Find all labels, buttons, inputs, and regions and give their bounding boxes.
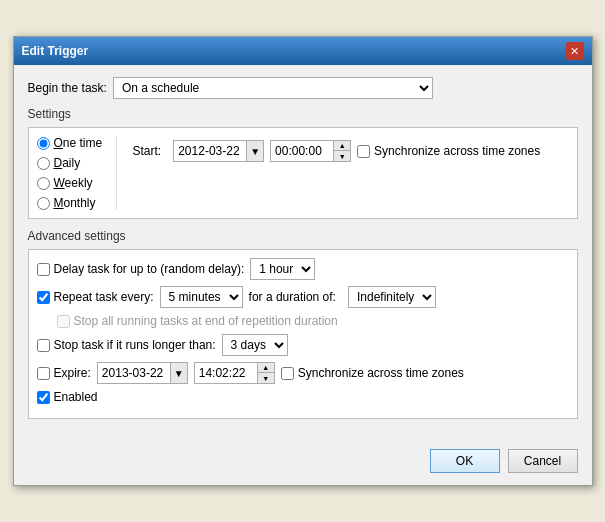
- schedule-type-group: One time Daily Weekly Monthly: [37, 136, 117, 210]
- radio-one-time[interactable]: One time: [37, 136, 108, 150]
- radio-weekly-label: Weekly: [54, 176, 93, 190]
- start-time-spin: ▲ ▼: [333, 141, 350, 161]
- repeat-checkbox[interactable]: [37, 291, 50, 304]
- advanced-settings-box: Delay task for up to (random delay): 1 h…: [28, 249, 578, 419]
- stop-longer-label[interactable]: Stop task if it runs longer than:: [37, 338, 216, 352]
- radio-weekly[interactable]: Weekly: [37, 176, 108, 190]
- expire-sync-text: Synchronize across time zones: [298, 366, 464, 380]
- delay-checkbox-label[interactable]: Delay task for up to (random delay):: [37, 262, 245, 276]
- expire-checkbox-label[interactable]: Expire:: [37, 366, 91, 380]
- radio-monthly-label: Monthly: [54, 196, 96, 210]
- expire-time-field[interactable]: [195, 363, 257, 383]
- delay-select[interactable]: 1 hour: [250, 258, 315, 280]
- delay-row: Delay task for up to (random delay): 1 h…: [37, 258, 569, 280]
- start-label: Start:: [133, 144, 162, 158]
- stop-longer-select[interactable]: 3 days: [222, 334, 288, 356]
- start-row: Start: ▼ ▲ ▼: [133, 140, 569, 162]
- sync-timezone-checkbox[interactable]: [357, 145, 370, 158]
- enabled-checkbox[interactable]: [37, 391, 50, 404]
- begin-task-label: Begin the task:: [28, 81, 107, 95]
- stop-longer-text: Stop task if it runs longer than:: [54, 338, 216, 352]
- start-date-calendar-btn[interactable]: ▼: [246, 141, 263, 161]
- stop-longer-row: Stop task if it runs longer than: 3 days: [37, 334, 569, 356]
- start-time-up[interactable]: ▲: [334, 141, 350, 151]
- enabled-label: Enabled: [54, 390, 98, 404]
- duration-label: for a duration of:: [249, 290, 336, 304]
- stop-longer-checkbox[interactable]: [37, 339, 50, 352]
- radio-monthly-input[interactable]: [37, 197, 50, 210]
- sync-timezone-label[interactable]: Synchronize across time zones: [357, 144, 540, 158]
- repeat-row: Repeat task every: 5 minutes for a durat…: [37, 286, 569, 308]
- stop-running-checkbox[interactable]: [57, 315, 70, 328]
- expire-date-field[interactable]: [98, 363, 170, 383]
- begin-task-select[interactable]: On a schedule: [113, 77, 433, 99]
- repeat-select[interactable]: 5 minutes: [160, 286, 243, 308]
- radio-one-time-label: One time: [54, 136, 103, 150]
- expire-label: Expire:: [54, 366, 91, 380]
- settings-box: One time Daily Weekly Monthly Sta: [28, 127, 578, 219]
- duration-select[interactable]: Indefinitely: [348, 286, 436, 308]
- expire-time-input[interactable]: ▲ ▼: [194, 362, 275, 384]
- enabled-checkbox-label[interactable]: Enabled: [37, 390, 98, 404]
- expire-checkbox[interactable]: [37, 367, 50, 380]
- dialog-title: Edit Trigger: [22, 44, 89, 58]
- settings-section-label: Settings: [28, 107, 578, 121]
- begin-task-row: Begin the task: On a schedule: [28, 77, 578, 99]
- radio-daily-input[interactable]: [37, 157, 50, 170]
- expire-sync-label[interactable]: Synchronize across time zones: [281, 366, 464, 380]
- stop-running-row: Stop all running tasks at end of repetit…: [37, 314, 569, 328]
- repeat-checkbox-label[interactable]: Repeat task every:: [37, 290, 154, 304]
- delay-label: Delay task for up to (random delay):: [54, 262, 245, 276]
- sync-timezone-text: Synchronize across time zones: [374, 144, 540, 158]
- start-date-input[interactable]: ▼: [173, 140, 264, 162]
- close-button[interactable]: ✕: [566, 42, 584, 60]
- radio-one-time-input[interactable]: [37, 137, 50, 150]
- title-bar: Edit Trigger ✕: [14, 37, 592, 65]
- radio-daily[interactable]: Daily: [37, 156, 108, 170]
- radio-weekly-input[interactable]: [37, 177, 50, 190]
- radio-daily-label: Daily: [54, 156, 81, 170]
- enabled-row: Enabled: [37, 390, 569, 404]
- start-time-down[interactable]: ▼: [334, 151, 350, 161]
- cancel-button[interactable]: Cancel: [508, 449, 578, 473]
- dialog-body: Begin the task: On a schedule Settings O…: [14, 65, 592, 441]
- expire-date-calendar-btn[interactable]: ▼: [170, 363, 187, 383]
- delay-checkbox[interactable]: [37, 263, 50, 276]
- repeat-label: Repeat task every:: [54, 290, 154, 304]
- expire-sync-checkbox[interactable]: [281, 367, 294, 380]
- stop-running-label: Stop all running tasks at end of repetit…: [57, 314, 338, 328]
- ok-button[interactable]: OK: [430, 449, 500, 473]
- advanced-section-label: Advanced settings: [28, 229, 578, 243]
- start-date-field[interactable]: [174, 141, 246, 161]
- expire-row: Expire: ▼ ▲ ▼ Synchr: [37, 362, 569, 384]
- expire-time-up[interactable]: ▲: [258, 363, 274, 373]
- stop-running-text: Stop all running tasks at end of repetit…: [74, 314, 338, 328]
- edit-trigger-dialog: Edit Trigger ✕ Begin the task: On a sche…: [13, 36, 593, 486]
- radio-monthly[interactable]: Monthly: [37, 196, 108, 210]
- dialog-footer: OK Cancel: [14, 441, 592, 485]
- start-time-field[interactable]: [271, 141, 333, 161]
- expire-date-input[interactable]: ▼: [97, 362, 188, 384]
- expire-time-down[interactable]: ▼: [258, 373, 274, 383]
- settings-right: Start: ▼ ▲ ▼: [133, 136, 569, 210]
- expire-time-spin: ▲ ▼: [257, 363, 274, 383]
- start-time-input[interactable]: ▲ ▼: [270, 140, 351, 162]
